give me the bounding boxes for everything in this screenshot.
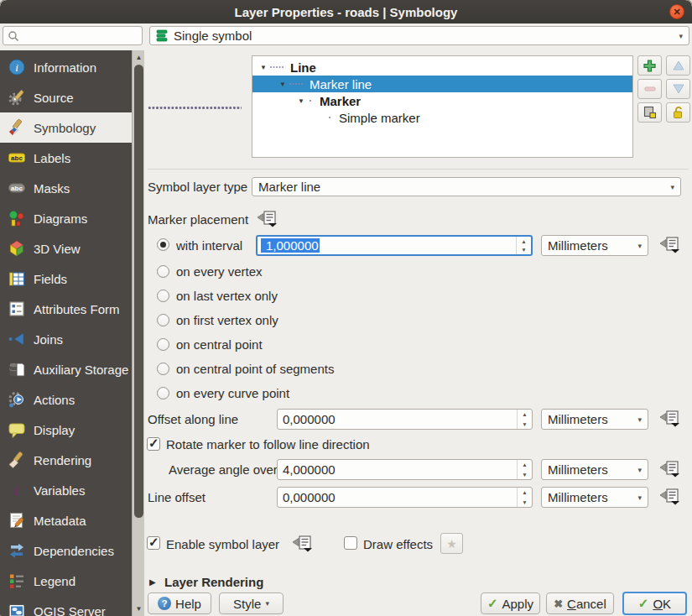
variables-icon: ε	[8, 481, 26, 499]
radio-on-central-point[interactable]	[157, 338, 169, 351]
radio-on-central-point-of-segments[interactable]	[157, 363, 169, 375]
duplicate-symbol-layer-button[interactable]	[637, 102, 662, 123]
sidebar-item-display[interactable]: Display	[0, 415, 132, 445]
spin-buttons[interactable]	[517, 460, 532, 479]
radio-with-interval[interactable]	[157, 238, 169, 251]
expand-triangle-icon[interactable]: ▼	[258, 64, 269, 71]
apply-button-label: Apply	[502, 597, 534, 611]
spin-up-icon[interactable]	[518, 410, 532, 420]
sidebar-item-legend[interactable]: Legend	[0, 566, 132, 596]
rotate-marker-checkbox[interactable]	[147, 437, 160, 451]
sidebar-item-symbology[interactable]: Symbology	[0, 112, 132, 143]
sidebar-item-label: Actions	[34, 393, 75, 407]
sidebar-item-masks[interactable]: abc Masks	[0, 173, 132, 203]
line-offset-unit-combobox[interactable]: Millimeters	[541, 487, 648, 508]
sidebar-item-label: Rendering	[34, 453, 91, 467]
style-button[interactable]: Style ▾	[219, 593, 284, 614]
sidebar-item-dependencies[interactable]: Dependencies	[0, 535, 132, 566]
sidebar-scrollbar[interactable]: ▲ ▼	[132, 50, 144, 616]
radio-on-first-vertex-only[interactable]	[157, 314, 169, 326]
spin-up-icon[interactable]	[518, 460, 532, 470]
effects-options-button[interactable]: ★	[440, 533, 463, 554]
sidebar-item-variables[interactable]: ε Variables	[0, 475, 132, 505]
move-up-button[interactable]	[666, 55, 690, 76]
symbology-icon	[8, 118, 26, 137]
expand-triangle-icon[interactable]: ▼	[295, 97, 307, 105]
scrollbar-thumb[interactable]	[134, 65, 143, 518]
sidebar-item-fields[interactable]: Fields	[0, 264, 132, 294]
offset-along-line-unit-combobox[interactable]: Millimeters	[541, 409, 648, 430]
draw-effects-label: Draw effects	[363, 537, 433, 551]
offset-along-line-spinbox[interactable]: 0,000000	[277, 409, 533, 430]
spin-down-icon[interactable]	[518, 470, 532, 480]
radio-on-every-vertex[interactable]	[157, 265, 169, 278]
layer-rendering-label: Layer Rendering	[164, 575, 263, 589]
chevron-down-icon	[637, 415, 642, 424]
apply-button[interactable]: ✓ Apply	[481, 593, 540, 614]
spin-down-icon[interactable]	[518, 420, 532, 430]
scroll-down-icon[interactable]: ▼	[133, 603, 145, 615]
sidebar-item-diagrams[interactable]: Diagrams	[0, 203, 132, 233]
svg-text:abc: abc	[11, 154, 23, 162]
close-button[interactable]: ✕	[669, 4, 684, 19]
cancel-button[interactable]: ✖ Cancel	[546, 593, 614, 614]
spin-buttons[interactable]	[517, 410, 532, 429]
data-defined-override-icon[interactable]	[659, 461, 681, 478]
tree-item-line[interactable]: ▼ Line	[252, 59, 632, 76]
sidebar-item-rendering[interactable]: Rendering	[0, 445, 132, 475]
spin-down-icon[interactable]	[518, 498, 532, 508]
help-button[interactable]: ? Help	[148, 593, 211, 614]
data-defined-override-icon[interactable]	[659, 237, 681, 253]
sidebar-item-information[interactable]: i Information	[0, 52, 132, 82]
radio-on-last-vertex-only[interactable]	[157, 290, 169, 302]
tree-item-label: Simple marker	[339, 111, 420, 125]
symbol-layer-type-combobox[interactable]: Marker line	[252, 177, 681, 196]
spin-down-icon[interactable]	[517, 246, 531, 255]
symbol-type-combobox[interactable]: Single symbol	[149, 26, 689, 45]
sidebar-item-joins[interactable]: Joins	[0, 324, 132, 354]
up-arrow-icon	[673, 60, 684, 70]
tree-item-marker[interactable]: ▼ Marker	[252, 92, 632, 109]
ok-button[interactable]: ✓ OK	[622, 592, 687, 615]
scroll-up-icon[interactable]: ▲	[133, 51, 145, 64]
move-down-button[interactable]	[666, 79, 690, 99]
sidebar-item-source[interactable]: Source	[0, 82, 132, 112]
duplicate-icon	[643, 106, 657, 119]
spin-buttons[interactable]	[517, 488, 532, 507]
average-angle-unit-combobox[interactable]: Millimeters	[541, 459, 648, 480]
expand-triangle-icon[interactable]: ▼	[277, 81, 289, 88]
data-defined-override-icon[interactable]	[659, 488, 681, 505]
data-defined-override-icon[interactable]	[292, 535, 314, 552]
lock-button[interactable]	[666, 102, 690, 123]
radio-on-every-curve-point[interactable]	[157, 387, 169, 399]
sidebar-item-metadata[interactable]: Metadata	[0, 505, 132, 535]
line-offset-spinbox[interactable]: 0,000000	[277, 487, 533, 508]
tree-item-simple-marker[interactable]: Simple marker	[252, 109, 632, 126]
divider	[148, 169, 689, 170]
interval-unit-combobox[interactable]: Millimeters	[541, 235, 648, 256]
search-input[interactable]	[23, 29, 135, 43]
sidebar-item-auxiliary-storage[interactable]: Auxiliary Storage	[0, 354, 132, 384]
data-defined-override-icon[interactable]	[257, 211, 278, 227]
sidebar-item-attributes-form[interactable]: Attributes Form	[0, 294, 132, 324]
enable-symbol-layer-checkbox[interactable]	[147, 536, 160, 550]
spin-up-icon[interactable]	[517, 237, 531, 246]
sidebar-item-label: Legend	[34, 574, 75, 588]
data-defined-override-icon[interactable]	[659, 410, 681, 427]
sidebar-item-label: Joins	[34, 332, 63, 347]
sidebar-item-labels[interactable]: abc Labels	[0, 143, 132, 173]
spin-up-icon[interactable]	[518, 488, 532, 498]
spin-buttons[interactable]	[516, 237, 531, 254]
sidebar-item-actions[interactable]: Actions	[0, 384, 132, 415]
tree-item-marker-line[interactable]: ▼ Marker line	[252, 76, 632, 92]
draw-effects-checkbox[interactable]	[344, 536, 357, 550]
labels-icon: abc	[8, 149, 26, 167]
sidebar-item-qgis-server[interactable]: QGIS Server	[0, 596, 132, 616]
add-symbol-layer-button[interactable]	[637, 55, 662, 76]
average-angle-spinbox[interactable]: 4,000000	[277, 459, 533, 480]
layer-rendering-expander-icon[interactable]: ▶	[149, 577, 156, 587]
symbol-layer-type-value: Marker line	[258, 180, 320, 194]
remove-symbol-layer-button[interactable]	[637, 79, 662, 99]
sidebar-item-3d-view[interactable]: 3D View	[0, 233, 132, 264]
interval-spinbox[interactable]: 1,000000	[256, 235, 533, 256]
